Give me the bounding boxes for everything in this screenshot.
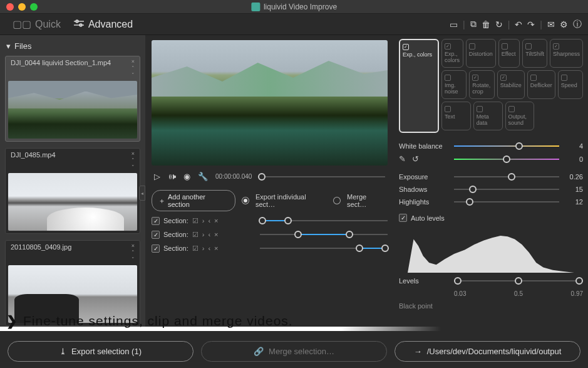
section-delete-icon[interactable]: × — [214, 244, 218, 252]
output-path-button[interactable]: → /Users/dev/Documents/liquivid/output — [395, 341, 580, 362]
wb-tint-slider[interactable] — [454, 155, 559, 164]
section-range-slider[interactable] — [260, 244, 388, 253]
audio-icon[interactable]: 🕪 — [168, 172, 176, 181]
merge-sections-label[interactable]: Merge sect… — [347, 193, 388, 208]
wb-temp-slider[interactable] — [454, 142, 559, 150]
chip-label: Text — [445, 113, 468, 120]
copy-icon[interactable]: ⧉ — [470, 19, 477, 30]
chip-stabilize[interactable]: ✓Stabilize — [497, 70, 525, 99]
export-selection-button[interactable]: ⤓ Export selection (1) — [8, 341, 193, 362]
quick-icon: ▢▢ — [13, 18, 31, 30]
section-next-icon[interactable]: ‹ — [208, 231, 210, 238]
chip-exp-colors[interactable]: ✓Exp., colors — [441, 39, 463, 68]
chip-speed[interactable]: Speed — [558, 70, 583, 99]
reset-icon[interactable]: ↻ — [495, 19, 503, 30]
advanced-mode-button[interactable]: Advanced — [67, 16, 139, 33]
section-range-slider[interactable] — [260, 230, 388, 239]
maximize-window-button[interactable] — [30, 3, 38, 11]
section-label: Section: — [163, 244, 188, 252]
section-prev-icon[interactable]: › — [202, 217, 205, 224]
chip-effect[interactable]: Effect — [498, 39, 520, 68]
panel-collapse-handle[interactable]: ◂ — [139, 186, 145, 201]
export-individual-label[interactable]: Export individual sect… — [255, 193, 327, 208]
quick-mode-button[interactable]: ▢▢ Quick — [6, 16, 67, 33]
feedback-icon[interactable]: ✉ — [547, 19, 555, 30]
undo-icon[interactable]: ↶ — [515, 19, 522, 30]
chip-label: Sharpness — [553, 51, 580, 57]
minimize-window-button[interactable] — [18, 3, 26, 11]
levels-slider[interactable] — [454, 276, 583, 285]
chip-sharpness[interactable]: ✓Sharpness — [550, 39, 583, 68]
file-move-down-icon[interactable]: ˅ — [132, 73, 135, 78]
preview-controls: ▷ 🕪 ◉ 🔧 00:00:00.040 — [152, 166, 388, 187]
eye-icon[interactable]: ◉ — [183, 172, 190, 181]
modebar: ▢▢ Quick Advanced ▭| ⧉ 🗑 ↻| ↶ ↷| ✉ ⚙ ⓘ — [0, 14, 588, 35]
play-icon[interactable]: ▷ — [154, 172, 160, 181]
section-prev-icon[interactable]: › — [202, 231, 205, 238]
shadows-slider[interactable] — [454, 185, 559, 194]
bottom-bar: ⤓ Export selection (1) 🔗 Merge selection… — [0, 334, 588, 368]
file-remove-icon[interactable]: × — [132, 151, 135, 157]
section-next-icon[interactable]: ‹ — [208, 217, 210, 224]
merge-selection-button[interactable]: 🔗 Merge selection… — [201, 341, 387, 362]
white-balance-label: White balance — [399, 142, 449, 150]
chip-meta-data[interactable]: Meta data — [473, 102, 503, 130]
redo-icon[interactable]: ↷ — [527, 19, 535, 30]
section-checkbox[interactable]: ✓ — [152, 244, 160, 253]
file-move-up-icon[interactable]: ˄ — [132, 66, 135, 71]
section-options-row: ＋ Add another section Export individual … — [152, 187, 388, 214]
section-prev-icon[interactable]: › — [202, 244, 205, 252]
section-edit-icon[interactable]: ☑ — [192, 231, 199, 239]
timecode: 00:00:00.040 — [215, 173, 252, 180]
file-move-up-icon[interactable]: ˄ — [132, 250, 135, 256]
section-checkbox[interactable]: ✓ — [152, 231, 160, 239]
chip-distortion[interactable]: Distortion — [466, 39, 496, 68]
section-next-icon[interactable]: ‹ — [208, 244, 210, 252]
chip-exp-colors-main[interactable]: ✓ Exp., colors — [399, 39, 439, 133]
video-preview[interactable] — [152, 40, 388, 166]
scrub-slider[interactable] — [259, 172, 385, 181]
file-move-down-icon[interactable]: ˅ — [132, 257, 135, 263]
info-icon[interactable]: ⓘ — [573, 19, 582, 30]
section-label: Section: — [163, 231, 188, 238]
exposure-slider[interactable] — [454, 172, 559, 181]
chip-tiltshift[interactable]: TiltShift — [522, 39, 547, 68]
trash-icon[interactable]: 🗑 — [482, 19, 490, 30]
chip-deflicker[interactable]: Deflicker — [527, 70, 555, 99]
chip-output-sound[interactable]: Output, sound — [505, 102, 535, 130]
section-delete-icon[interactable]: × — [214, 217, 218, 224]
files-header-label: Files — [14, 41, 31, 51]
highlights-slider[interactable] — [454, 197, 559, 206]
section-edit-icon[interactable]: ☑ — [192, 244, 199, 253]
file-move-up-icon[interactable]: ˄ — [132, 158, 135, 164]
settings-icon[interactable]: ⚙ — [560, 19, 568, 30]
open-folder-icon[interactable]: ▭ — [450, 19, 458, 30]
export-individual-radio[interactable] — [242, 197, 249, 204]
merge-sections-radio[interactable] — [333, 197, 341, 204]
section-checkbox[interactable]: ✓ — [152, 217, 160, 225]
section-range-slider[interactable] — [260, 216, 388, 225]
add-section-button[interactable]: ＋ Add another section — [152, 190, 235, 211]
section-delete-icon[interactable]: × — [214, 231, 218, 238]
file-card[interactable]: DJI_0485.mp4 × ˄ ˅ — [5, 148, 140, 234]
main: ▾ Files DJI_0044 liquivid Section_1.mp4 … — [0, 35, 588, 327]
wrench-icon[interactable]: 🔧 — [198, 172, 208, 181]
chip-img-noise[interactable]: Img. noise — [441, 70, 467, 99]
advanced-label: Advanced — [88, 19, 133, 30]
files-panel: ▾ Files DJI_0044 liquivid Section_1.mp4 … — [0, 35, 145, 327]
chip-rotate-crop[interactable]: ✓Rotate, crop — [469, 70, 494, 99]
export-selection-label: Export selection (1) — [71, 347, 142, 356]
files-header[interactable]: ▾ Files — [5, 39, 140, 56]
reset-wb-icon[interactable]: ↺ — [412, 154, 419, 164]
file-remove-icon[interactable]: × — [132, 243, 135, 249]
chip-text[interactable]: Text — [441, 102, 471, 130]
auto-levels-checkbox[interactable]: ✓ — [399, 214, 407, 222]
file-card[interactable]: DJI_0044 liquivid Section_1.mp4 × ˄ ˅ — [5, 56, 140, 142]
file-move-down-icon[interactable]: ˅ — [132, 165, 135, 171]
file-remove-icon[interactable]: × — [132, 59, 135, 65]
section-edit-icon[interactable]: ☑ — [192, 217, 199, 225]
close-window-button[interactable] — [6, 3, 14, 11]
eyedropper-icon[interactable]: ✎ — [399, 154, 406, 164]
file-name: DJI_0485.mp4 — [11, 151, 56, 171]
chip-label: Speed — [561, 82, 580, 88]
